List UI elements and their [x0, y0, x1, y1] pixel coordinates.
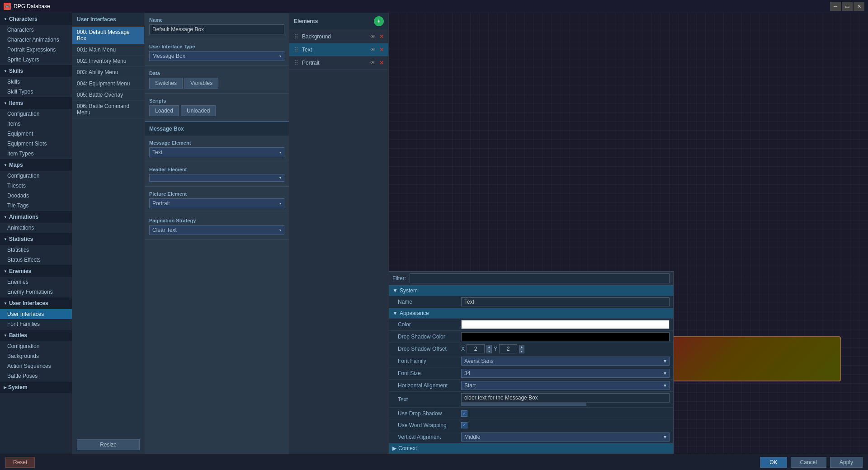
delete-icon[interactable]: ✕ — [379, 47, 384, 53]
sidebar-item-battles-config[interactable]: Configuration — [0, 341, 72, 351]
prop-drop-shadow-offset-key: Drop Shadow Offset — [398, 346, 461, 352]
delete-icon[interactable]: ✕ — [379, 60, 384, 66]
sidebar-item-skills[interactable]: Skills — [0, 77, 72, 87]
offset-x-input[interactable] — [467, 344, 485, 353]
title-bar-controls[interactable]: ─ ▭ ✕ — [830, 2, 864, 11]
sidebar-item-tile-tags[interactable]: Tile Tags — [0, 201, 72, 211]
minimize-button[interactable]: ─ — [830, 2, 841, 11]
text-scrollbar[interactable] — [461, 402, 670, 406]
add-element-button[interactable]: + — [374, 16, 384, 26]
sidebar-section-user-interfaces[interactable]: ▼ User Interfaces — [0, 297, 72, 309]
sidebar-item-enemies[interactable]: Enemies — [0, 277, 72, 287]
context-section-header[interactable]: ▶ Context — [389, 443, 673, 454]
sidebar-section-system[interactable]: ▶ System — [0, 381, 72, 393]
element-item-background[interactable]: ⠿ Background 👁 ✕ — [289, 30, 388, 43]
sidebar-section-maps[interactable]: ▼ Maps — [0, 159, 72, 171]
sidebar-item-tilesets[interactable]: Tilesets — [0, 181, 72, 191]
ui-type-dropdown[interactable]: Message Box ▾ — [149, 51, 284, 61]
color-swatch[interactable] — [461, 320, 670, 329]
ui-list-item-006[interactable]: 006: Battle Command Menu — [72, 101, 144, 118]
sidebar-item-doodads[interactable]: Doodads — [0, 191, 72, 201]
x-up-button[interactable]: ▲ — [486, 345, 492, 349]
sidebar-item-font-families[interactable]: Font Families — [0, 319, 72, 329]
drop-shadow-color-swatch[interactable] — [461, 332, 670, 341]
text-input[interactable] — [461, 393, 670, 402]
delete-icon[interactable]: ✕ — [379, 33, 384, 40]
use-drop-shadow-checkbox[interactable]: ✓ — [461, 410, 467, 417]
variables-button[interactable]: Variables — [184, 78, 218, 89]
sidebar-item-character-animations[interactable]: Character Animations — [0, 35, 72, 45]
sidebar-item-action-sequences[interactable]: Action Sequences — [0, 361, 72, 371]
y-up-button[interactable]: ▲ — [519, 345, 524, 349]
sidebar-item-portrait-expressions[interactable]: Portrait Expressions — [0, 45, 72, 55]
sidebar-item-backgrounds[interactable]: Backgrounds — [0, 351, 72, 361]
sidebar-item-user-interfaces[interactable]: User Interfaces — [0, 309, 72, 319]
element-item-portrait[interactable]: ⠿ Portrait 👁 ✕ — [289, 56, 388, 70]
sidebar-item-maps-config[interactable]: Configuration — [0, 171, 72, 181]
sidebar-item-enemy-formations[interactable]: Enemy Formations — [0, 287, 72, 297]
vertical-alignment-dropdown[interactable]: Middle ▾ — [461, 432, 670, 442]
prop-vertical-alignment-key: Vertical Alignment — [398, 434, 461, 440]
system-section-header[interactable]: ▼ System — [389, 286, 673, 296]
name-value[interactable]: Default Message Box — [149, 24, 284, 34]
prop-name-input[interactable] — [461, 297, 670, 306]
ui-list-item-001[interactable]: 001: Main Menu — [72, 44, 144, 56]
sidebar-section-items[interactable]: ▼ Items — [0, 97, 72, 109]
sidebar-section-statistics[interactable]: ▼ Statistics — [0, 233, 72, 245]
ui-list-item-003[interactable]: 003: Ability Menu — [72, 67, 144, 78]
resize-button[interactable]: Resize — [77, 439, 140, 450]
picture-element-dropdown[interactable]: Portrait ▾ — [149, 198, 284, 208]
pagination-label: Pagination Strategy — [149, 218, 284, 223]
ui-list-item-004-label: 004: Equipment Menu — [77, 80, 130, 87]
sidebar-item-items[interactable]: Items — [0, 119, 72, 129]
eye-icon[interactable]: 👁 — [370, 60, 376, 66]
pagination-dropdown[interactable]: Clear Text ▾ — [149, 225, 284, 235]
sidebar-item-status-effects[interactable]: Status Effects — [0, 255, 72, 265]
close-button[interactable]: ✕ — [854, 2, 864, 11]
element-item-text[interactable]: ⠿ Text 👁 ✕ — [289, 43, 388, 56]
sidebar-item-item-types[interactable]: Item Types — [0, 149, 72, 159]
message-box-section-label: Message Box — [149, 126, 184, 132]
sidebar-item-battle-poses[interactable]: Battle Poses — [0, 371, 72, 381]
ui-list-item-000[interactable]: 000: Default Message Box — [72, 27, 144, 44]
header-element-dropdown[interactable]: ▾ — [149, 174, 284, 182]
sidebar-item-sprite-layers[interactable]: Sprite Layers — [0, 55, 72, 65]
sidebar-section-characters[interactable]: ▼ Characters — [0, 13, 72, 25]
loaded-button[interactable]: Loaded — [149, 105, 179, 116]
ui-list-item-004[interactable]: 004: Equipment Menu — [72, 78, 144, 89]
eye-icon[interactable]: 👁 — [370, 47, 376, 53]
switches-button[interactable]: Switches — [149, 78, 183, 89]
sidebar-section-battles[interactable]: ▼ Battles — [0, 329, 72, 341]
font-size-dropdown[interactable]: 34 ▾ — [461, 369, 670, 378]
sidebar-section-animations[interactable]: ▼ Animations — [0, 211, 72, 223]
sidebar-section-skills[interactable]: ▼ Skills — [0, 65, 72, 77]
sidebar-section-enemies[interactable]: ▼ Enemies — [0, 265, 72, 277]
apply-button[interactable]: Apply — [830, 457, 863, 468]
ui-type-label: User Interface Type — [149, 44, 284, 49]
sidebar-item-configuration[interactable]: Configuration — [0, 109, 72, 119]
offset-y-input[interactable] — [499, 344, 517, 353]
sidebar-item-equipment[interactable]: Equipment — [0, 129, 72, 139]
ok-button[interactable]: OK — [760, 457, 787, 468]
ui-list-item-002[interactable]: 002: Inventory Menu — [72, 56, 144, 67]
use-word-wrapping-checkbox[interactable]: ✓ — [461, 422, 467, 428]
filter-input[interactable] — [410, 273, 670, 283]
x-down-button[interactable]: ▼ — [486, 349, 492, 353]
sidebar-item-animations[interactable]: Animations — [0, 223, 72, 233]
horizontal-alignment-dropdown[interactable]: Start ▾ — [461, 381, 670, 390]
eye-icon[interactable]: 👁 — [370, 33, 376, 40]
sidebar-item-statistics[interactable]: Statistics — [0, 245, 72, 255]
sidebar-section-battles-label: Battles — [9, 332, 27, 338]
sidebar-item-skill-types[interactable]: Skill Types — [0, 87, 72, 97]
message-element-dropdown[interactable]: Text ▾ — [149, 147, 284, 157]
appearance-section-header[interactable]: ▼ Appearance — [389, 308, 673, 319]
cancel-button[interactable]: Cancel — [791, 457, 826, 468]
sidebar-item-characters[interactable]: Characters — [0, 25, 72, 35]
reset-button[interactable]: Reset — [5, 457, 35, 468]
unloaded-button[interactable]: Unloaded — [181, 105, 216, 116]
sidebar-item-equipment-slots[interactable]: Equipment Slots — [0, 139, 72, 149]
ui-list-item-005[interactable]: 005: Battle Overlay — [72, 89, 144, 101]
font-family-dropdown[interactable]: Averia Sans ▾ — [461, 357, 670, 366]
y-down-button[interactable]: ▼ — [519, 349, 524, 353]
restore-button[interactable]: ▭ — [842, 2, 853, 11]
